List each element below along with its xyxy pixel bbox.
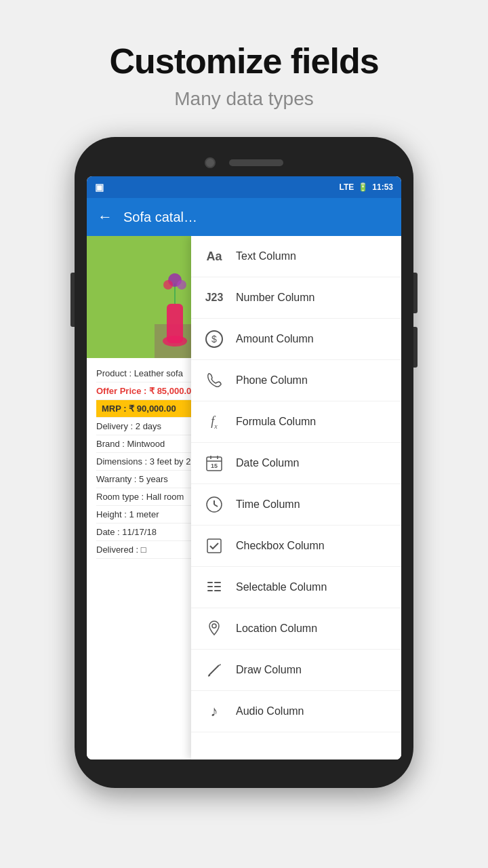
battery-icon: 🔋: [358, 182, 368, 192]
amount-icon: $: [203, 328, 225, 350]
checkbox-icon: [203, 535, 225, 557]
speaker: [229, 159, 283, 166]
sim-icon: ▣: [95, 182, 104, 193]
app-bar: ← Sofa catal…: [87, 198, 401, 236]
page-title: Customize fields: [0, 41, 488, 81]
svg-line-22: [214, 505, 218, 507]
formula-icon: fx: [203, 411, 225, 433]
dropdown-item-formula[interactable]: fxFormula Column: [191, 401, 401, 443]
dropdown-label-time: Time Column: [236, 498, 300, 511]
svg-rect-8: [167, 304, 183, 343]
svg-text:15: 15: [211, 462, 218, 469]
dropdown-item-time[interactable]: Time Column: [191, 484, 401, 526]
svg-point-12: [177, 280, 186, 290]
dropdown-label-selectable: Selectable Column: [236, 581, 327, 593]
svg-rect-28: [207, 590, 213, 591]
dropdown-label-text: Text Column: [236, 250, 296, 262]
dropdown-label-phone: Phone Column: [236, 374, 308, 387]
dropdown-item-phone[interactable]: Phone Column: [191, 360, 401, 401]
status-icons: LTE 🔋 11:53: [340, 182, 393, 192]
dropdown-item-date[interactable]: 15Date Column: [191, 443, 401, 484]
phone-icon: [203, 370, 225, 391]
dropdown-item-draw[interactable]: Draw Column: [191, 650, 401, 691]
dropdown-label-audio: Audio Column: [236, 705, 304, 717]
svg-line-32: [208, 675, 210, 676]
status-bar: ▣ LTE 🔋 11:53: [87, 176, 401, 198]
svg-text:$: $: [211, 334, 217, 344]
phone-mockup: ▣ LTE 🔋 11:53 ← Sofa catal…: [0, 137, 488, 788]
dropdown-item-checkbox[interactable]: Checkbox Column: [191, 526, 401, 567]
dropdown-item-text[interactable]: AaText Column: [191, 236, 401, 277]
dropdown-label-number: Number Column: [236, 292, 314, 304]
number-icon: J23: [203, 287, 225, 309]
svg-rect-26: [207, 586, 213, 587]
page-subtitle: Many data types: [0, 88, 488, 110]
svg-rect-29: [214, 590, 221, 591]
time-icon: [203, 494, 225, 515]
svg-rect-24: [207, 582, 213, 583]
svg-point-11: [163, 280, 173, 290]
dropdown-label-checkbox: Checkbox Column: [236, 540, 325, 552]
page-header: Customize fields Many data types: [0, 0, 488, 123]
dropdown-item-number[interactable]: J23Number Column: [191, 277, 401, 319]
dropdown-label-amount: Amount Column: [236, 333, 314, 345]
svg-point-30: [212, 624, 216, 628]
dropdown-label-draw: Draw Column: [236, 664, 302, 676]
location-icon: [203, 618, 225, 639]
svg-rect-25: [214, 582, 221, 583]
camera: [205, 157, 216, 168]
audio-icon: ♪: [203, 701, 225, 722]
dropdown-item-selectable[interactable]: Selectable Column: [191, 567, 401, 608]
dropdown-label-date: Date Column: [236, 457, 299, 469]
svg-rect-27: [214, 586, 221, 587]
draw-icon: [203, 659, 225, 681]
phone-outer: ▣ LTE 🔋 11:53 ← Sofa catal…: [75, 137, 413, 788]
text-icon: Aa: [203, 245, 225, 267]
column-type-dropdown: AaText ColumnJ23Number Column$Amount Col…: [191, 236, 401, 760]
app-bar-title: Sofa catal…: [123, 210, 197, 225]
dropdown-item-audio[interactable]: ♪Audio Column: [191, 691, 401, 732]
selectable-icon: [203, 576, 225, 598]
volume-button: [70, 273, 75, 327]
dropdown-item-amount[interactable]: $Amount Column: [191, 319, 401, 360]
screen-content: Product : Leather sofa Offer Price : ₹ 8…: [87, 236, 401, 760]
svg-line-31: [209, 665, 219, 675]
dropdown-item-location[interactable]: Location Column: [191, 608, 401, 650]
volume-button-right: [413, 327, 418, 368]
phone-top-bar: [87, 149, 401, 176]
date-icon: 15: [203, 452, 225, 474]
dropdown-label-formula: Formula Column: [236, 416, 316, 428]
dropdown-label-location: Location Column: [236, 623, 317, 635]
lte-icon: LTE: [340, 182, 354, 192]
svg-rect-23: [207, 539, 221, 553]
back-button[interactable]: ←: [98, 208, 113, 226]
power-button: [413, 273, 418, 313]
phone-screen: ▣ LTE 🔋 11:53 ← Sofa catal…: [87, 176, 401, 760]
time-display: 11:53: [372, 182, 393, 192]
